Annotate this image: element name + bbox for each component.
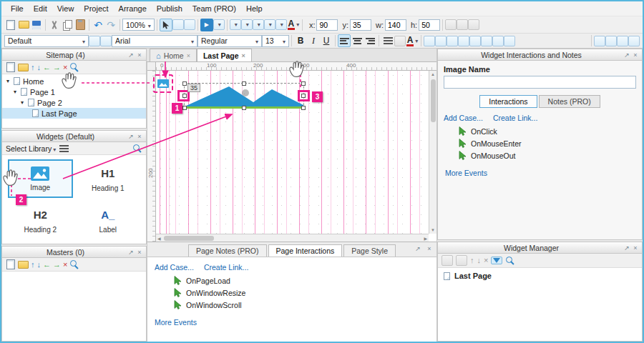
style-edit-button[interactable]	[89, 36, 100, 46]
text-color-button[interactable]: A	[406, 34, 419, 47]
float-panel-icon[interactable]: ↗	[127, 248, 135, 257]
link-button[interactable]	[394, 36, 406, 46]
delete-page-button[interactable]: ×	[63, 64, 67, 71]
format-painter-button[interactable]	[100, 36, 112, 46]
menu-project[interactable]: Project	[79, 3, 113, 14]
border-style-button[interactable]	[241, 19, 253, 30]
bring-to-front-button[interactable]	[447, 36, 458, 46]
move-down-button[interactable]: ↓	[37, 64, 42, 71]
connect-mode-button[interactable]	[457, 19, 468, 30]
expand-icon[interactable]: ▾	[12, 89, 18, 95]
publish-button[interactable]	[213, 19, 225, 30]
send-to-back-button[interactable]	[458, 36, 469, 46]
align-objects-right-button[interactable]	[492, 36, 504, 46]
close-panel-icon[interactable]: ×	[425, 244, 434, 253]
move-up-button[interactable]: ↑	[31, 64, 35, 71]
move-up-button[interactable]: ↑	[31, 261, 35, 269]
fill-color-button[interactable]	[275, 19, 287, 30]
ungroup-button[interactable]	[435, 36, 447, 46]
add-case-link[interactable]: Add Case...	[444, 114, 483, 122]
italic-button[interactable]: I	[307, 34, 320, 47]
library-select[interactable]: Select Library	[6, 144, 56, 153]
copy-note-button[interactable]	[456, 255, 467, 266]
menu-view[interactable]: View	[52, 3, 79, 14]
distribute-horizontal-button[interactable]	[594, 36, 605, 46]
scroll-right-icon[interactable]: ▶	[422, 234, 429, 242]
undo-button[interactable]	[92, 19, 104, 31]
pen-tool-button[interactable]	[184, 19, 195, 30]
expand-icon[interactable]: ▾	[5, 78, 11, 84]
event-onpageload[interactable]: OnPageLoad	[173, 276, 436, 285]
create-link-link[interactable]: Create Link...	[493, 114, 537, 122]
align-objects-left-button[interactable]	[469, 36, 481, 46]
scroll-down-icon[interactable]: ▼	[429, 227, 436, 234]
widget-item-image[interactable]: Image	[8, 159, 73, 198]
align-objects-center-button[interactable]	[481, 36, 492, 46]
event-onwindowscroll[interactable]: OnWindowScroll	[173, 300, 436, 309]
sitemap-item-last-page[interactable]: Last Page	[2, 108, 146, 119]
float-panel-icon[interactable]: ↗	[414, 244, 422, 253]
new-file-button[interactable]	[4, 19, 17, 31]
add-master-button[interactable]	[5, 259, 16, 270]
select-mode-button[interactable]	[445, 19, 457, 30]
widget-item-label-widget[interactable]: A_ Label	[76, 201, 141, 239]
redo-button[interactable]	[104, 19, 117, 31]
w-input[interactable]	[385, 19, 406, 31]
zoom-select[interactable]: 100%	[122, 19, 155, 31]
align-right-button[interactable]	[364, 34, 376, 47]
y-input[interactable]	[350, 19, 371, 31]
h-input[interactable]	[419, 19, 440, 31]
menu-team[interactable]: Team (PRO)	[187, 3, 241, 14]
line-weight-button[interactable]	[253, 19, 264, 30]
copy-button[interactable]	[61, 19, 74, 31]
menu-publish[interactable]: Publish	[152, 3, 187, 14]
outdent-button[interactable]: ←	[43, 64, 51, 71]
widget-item-heading1[interactable]: H1 Heading 1	[76, 159, 141, 198]
resize-handle[interactable]	[301, 106, 306, 110]
close-panel-icon[interactable]: ×	[631, 51, 640, 59]
event-onwindowresize[interactable]: OnWindowResize	[173, 288, 436, 297]
float-panel-icon[interactable]: ↗	[127, 132, 135, 141]
sitemap-item-page1[interactable]: ▾Page 1	[2, 86, 146, 97]
tab-home[interactable]: ⌂ Home ×	[150, 49, 197, 61]
open-button[interactable]	[17, 19, 30, 31]
vertical-scrollbar[interactable]: ▲ ▼	[429, 71, 436, 234]
scroll-thumb[interactable]	[431, 79, 436, 122]
more-events-link[interactable]: More Events	[155, 318, 436, 327]
group-button[interactable]	[424, 36, 435, 46]
widget-item-heading2[interactable]: H2 Heading 2	[8, 201, 73, 239]
add-case-link[interactable]: Add Case...	[155, 263, 194, 272]
distribute-vertical-button[interactable]	[605, 36, 617, 46]
delete-button[interactable]: ×	[484, 257, 488, 264]
cut-button[interactable]	[48, 19, 61, 31]
design-canvas[interactable]: 35 ◀ ▶ ▲ ▼	[156, 71, 436, 242]
event-onmouseout[interactable]: OnMouseOut	[458, 151, 642, 160]
bullet-list-button[interactable]	[381, 34, 394, 47]
resize-handle[interactable]	[242, 81, 246, 86]
bold-button[interactable]: B	[294, 34, 307, 47]
widget-manager-item-last-page[interactable]: Last Page	[444, 272, 636, 280]
add-folder-button[interactable]	[18, 259, 29, 270]
float-panel-icon[interactable]: ↗	[623, 244, 631, 252]
scroll-up-icon[interactable]: ▲	[429, 71, 436, 78]
outdent-button[interactable]: ←	[43, 261, 51, 269]
edit-note-button[interactable]	[441, 255, 453, 266]
indent-button[interactable]: →	[53, 261, 61, 269]
preview-button[interactable]	[200, 19, 213, 31]
sitemap-item-page2[interactable]: ▾Page 2	[2, 97, 146, 108]
same-width-button[interactable]	[617, 36, 628, 46]
close-tab-icon[interactable]: ×	[187, 52, 190, 59]
add-folder-button[interactable]	[18, 62, 29, 73]
align-left-button[interactable]	[338, 34, 351, 47]
font-size-select[interactable]: 13	[262, 35, 289, 47]
pointer-tool-button[interactable]	[160, 19, 172, 31]
close-panel-icon[interactable]: ×	[135, 51, 144, 59]
align-center-button[interactable]	[351, 34, 364, 47]
distribute-button[interactable]	[504, 36, 515, 46]
close-panel-icon[interactable]: ×	[135, 248, 144, 257]
more-events-link[interactable]: More Events	[445, 169, 642, 177]
add-page-button[interactable]	[5, 62, 16, 73]
connector-tool-button[interactable]	[172, 19, 184, 30]
move-up-button[interactable]: ↑	[470, 257, 474, 264]
menu-arrange[interactable]: Arrange	[114, 3, 152, 14]
